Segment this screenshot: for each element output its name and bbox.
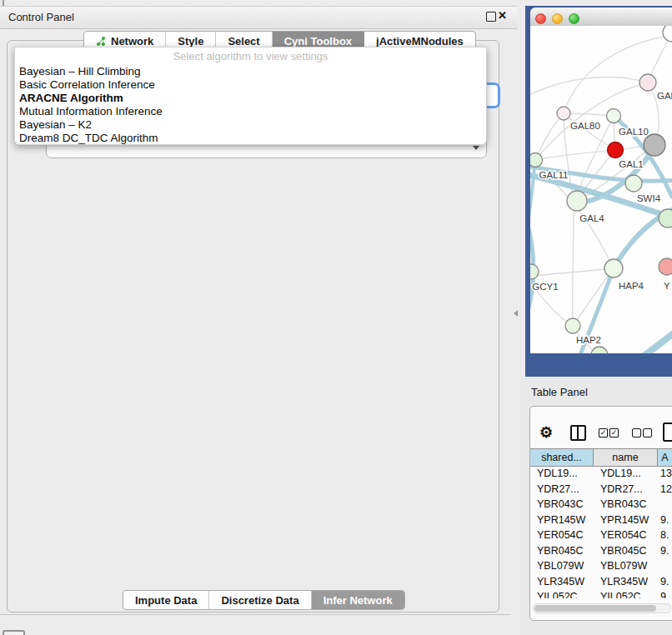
algorithm-dropdown-popup: Select algorithm to view settings Bayesi… (14, 47, 487, 145)
tab-impute-data[interactable]: Impute Data (123, 591, 209, 609)
node-pink-top[interactable] (639, 74, 656, 91)
network-window-titlebar[interactable] (530, 8, 672, 27)
cell-name: YDL19... (594, 468, 658, 479)
network-graph: GAL GAL80 GAL10 GAL1 GAL11 SWI4 GAL4 GCY… (530, 26, 672, 353)
node-green-bottom[interactable] (591, 347, 608, 353)
cell-value: 8. (658, 529, 672, 541)
unchecked-box-icon[interactable] (632, 428, 641, 438)
cell-value: 9 (658, 591, 672, 598)
bottom-tabbar: Impute Data Discretize Data Infer Networ… (123, 590, 405, 610)
cell-name: YBR045C (594, 545, 658, 557)
node-label: GAL80 (570, 121, 600, 131)
node-swi4[interactable] (625, 175, 642, 192)
tab-select-label: Select (228, 35, 259, 48)
popup-item-basic-correlation[interactable]: Basic Correlation Inference (19, 78, 155, 91)
node-gcy1[interactable] (530, 264, 539, 279)
checked-box-icon[interactable]: ✓ (609, 428, 619, 438)
cell-shared: YBR045C (530, 545, 594, 557)
table-row[interactable]: YLR345W YLR345W 9. (530, 574, 672, 590)
node-salmon[interactable] (659, 258, 672, 275)
cell-name: YPR145W (594, 514, 658, 526)
column-header-partial[interactable]: A (658, 449, 672, 466)
node-gal80[interactable] (557, 107, 570, 120)
cell-shared: YLR345W (530, 576, 594, 588)
cell-shared: YBL079W (530, 560, 594, 572)
table-body[interactable]: YDL19... YDL19... 13 YDR27... YDR27... 1… (530, 466, 672, 598)
cell-name: YLR345W (594, 576, 658, 588)
checked-box-icon[interactable]: ✓ (599, 428, 608, 438)
node-label: HAP2 (576, 335, 601, 345)
tab-discretize-data-label: Discretize Data (221, 594, 298, 607)
gear-icon[interactable]: ⚙ (539, 423, 553, 442)
table-row[interactable]: YBR043C YBR043C (530, 497, 672, 512)
cell-shared: YDR27... (530, 483, 594, 495)
node-unlabeled[interactable] (663, 26, 672, 42)
column-header-shared[interactable]: shared... (530, 449, 594, 466)
popup-item-aracne[interactable]: ARACNE Algorithm (19, 92, 123, 104)
control-panel-titlebar (0, 6, 517, 29)
screenshot-root: Control Panel ✕ Network Style Select Cyn… (0, 0, 672, 635)
zoom-traffic-light-icon[interactable] (569, 13, 579, 24)
unchecked-box-icon[interactable] (643, 428, 652, 438)
popup-item-bayesian-hill-climbing[interactable]: Bayesian – Hill Climbing (19, 65, 141, 78)
splitter-handle-icon[interactable] (514, 310, 518, 317)
table-row[interactable]: YDL19... YDL19... 13 (530, 466, 672, 482)
column-header-name[interactable]: name (594, 449, 658, 466)
cell-shared: YPR145W (530, 514, 594, 526)
node-label: SWI4 (637, 193, 661, 203)
node-gray[interactable] (644, 134, 665, 156)
node-hap2[interactable] (565, 318, 580, 333)
table-row[interactable]: YDR27... YDR27... 12 (530, 482, 672, 498)
columns-icon[interactable] (570, 425, 586, 441)
table-horizontal-scrollbar[interactable] (533, 603, 671, 613)
popup-item-mutual-information[interactable]: Mutual Information Inference (19, 105, 163, 118)
node-gal11[interactable] (530, 153, 543, 168)
cell-shared: YIL052C (530, 591, 594, 598)
cell-shared: YER054C (530, 529, 594, 541)
algorithm-popup-placeholder: Select algorithm to view settings (15, 50, 486, 62)
table-panel-title: Table Panel (531, 386, 588, 398)
partial-bottom-button[interactable] (3, 630, 25, 635)
table-row[interactable]: YPR145W YPR145W 9. (530, 512, 672, 528)
table-row[interactable]: YIL052C YIL052C 9 (530, 589, 672, 598)
control-panel-title: Control Panel (8, 11, 74, 23)
node-gal4[interactable] (567, 191, 587, 211)
node-gal1-red[interactable] (608, 142, 624, 158)
scrollbar-thumb[interactable] (534, 605, 656, 612)
minimize-traffic-light-icon[interactable] (552, 13, 563, 24)
popup-item-dream8[interactable]: Dream8 DC_TDC Algorithm (19, 132, 158, 144)
cell-shared: YDL19... (530, 468, 594, 479)
node-label: GAL4 (579, 213, 604, 223)
cell-name: YDR27... (594, 483, 658, 495)
node-hap4[interactable] (604, 259, 623, 278)
cell-value: 9. (658, 576, 672, 588)
network-canvas[interactable]: GAL GAL80 GAL10 GAL1 GAL11 SWI4 GAL4 GCY… (530, 26, 672, 353)
node-gal10[interactable] (607, 109, 621, 123)
close-traffic-light-icon[interactable] (535, 13, 546, 24)
node-label: GAL10 (619, 127, 649, 137)
table-header-row: shared... name A (530, 448, 672, 467)
node-label: GCY1 (532, 282, 558, 292)
tab-infer-network[interactable]: Infer Network (312, 591, 404, 609)
node-label: GAL (657, 91, 672, 101)
node-label: HAP4 (619, 281, 644, 291)
cell-name: YBL079W (594, 560, 658, 572)
node-label: Y (664, 281, 670, 291)
close-icon[interactable]: ✕ (498, 9, 507, 22)
node-green-right[interactable] (659, 209, 672, 228)
tab-cyni-toolbox-label: Cyni Toolbox (284, 35, 352, 48)
popup-item-bayesian-k2[interactable]: Bayesian – K2 (19, 118, 92, 131)
table-row[interactable]: YBL079W YBL079W (530, 558, 672, 574)
tab-impute-data-label: Impute Data (135, 594, 197, 607)
document-icon[interactable] (663, 422, 672, 442)
float-window-icon[interactable] (486, 12, 496, 22)
cell-name: YIL052C (594, 591, 658, 598)
cell-name: YBR043C (594, 498, 658, 510)
node-label: GAL11 (539, 170, 569, 180)
cell-value: 9. (658, 545, 672, 557)
table-row[interactable]: YBR045C YBR045C 9. (530, 543, 672, 559)
tab-discretize-data[interactable]: Discretize Data (209, 591, 311, 609)
tab-jactivemnodules-label: jActiveMNodules (376, 35, 464, 48)
tab-network-label: Network (111, 35, 153, 48)
table-row[interactable]: YER054C YER054C 8. (530, 528, 672, 543)
